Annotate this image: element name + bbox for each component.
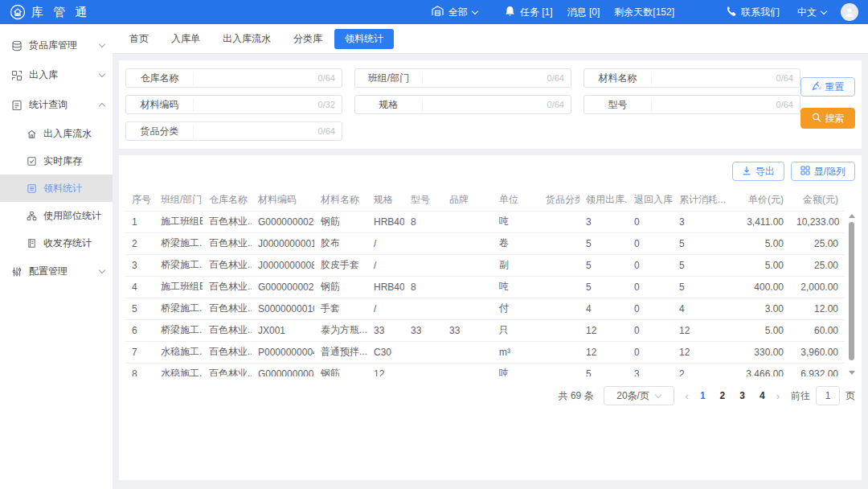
pagination: 共 69 条 20条/页 ‹ 1 2 3 4 › 前往 页: [125, 376, 855, 405]
page-number-2[interactable]: 2: [720, 390, 726, 401]
language-selector[interactable]: 中文: [797, 6, 826, 19]
vertical-scrollbar[interactable]: [847, 212, 855, 376]
contact-us[interactable]: 联系我们: [726, 6, 780, 19]
warehouse-selector-label: 全部: [448, 6, 468, 19]
table-cell: 25.00: [790, 232, 845, 254]
table-cell: [404, 298, 443, 319]
next-page-button[interactable]: ›: [775, 390, 781, 402]
field-counter: 0/64: [776, 100, 800, 109]
table-cell: [443, 276, 493, 298]
table-cell: 水稳施工...: [154, 341, 203, 363]
search-button[interactable]: 搜索: [800, 108, 855, 129]
warehouse-icon: [432, 6, 444, 18]
specification-field[interactable]: 规格 0/64: [354, 95, 571, 114]
tab-inbound-order[interactable]: 入库单: [161, 29, 211, 49]
table-cell: 5: [125, 298, 154, 319]
table-header-row: 序号班组/部门仓库名称材料编码材料名称规格型号品牌单位货品分类领用出库...退回…: [125, 189, 845, 211]
messages-item[interactable]: 消息 [0]: [567, 6, 600, 19]
column-header: 材料名称: [314, 189, 367, 211]
page-size-select[interactable]: 20条/页: [604, 386, 674, 405]
scrollbar-thumb[interactable]: [849, 222, 854, 360]
sidebar-item-usage-location-stats[interactable]: 使用部位统计: [0, 202, 113, 229]
sidebar-item-in-out[interactable]: 出入库: [0, 60, 113, 90]
bell-icon: [505, 6, 515, 19]
goto-page-input[interactable]: [816, 386, 840, 405]
home-logo-icon: [10, 4, 26, 20]
warehouse-selector[interactable]: 全部: [432, 6, 477, 19]
form-buttons: 重置 搜索: [800, 68, 858, 141]
sidebar-item-label: 实时库存: [43, 154, 82, 168]
table-cell: [539, 319, 579, 341]
scroll-down-arrow-icon[interactable]: [849, 371, 855, 375]
page-number-4[interactable]: 4: [760, 390, 765, 401]
sidebar-item-label: 出入库: [29, 68, 93, 82]
sidebar-item-inout-flow[interactable]: 出入库流水: [0, 120, 113, 147]
table-cell: 钢筋: [314, 363, 367, 376]
table-cell: [443, 298, 493, 319]
page-number-1[interactable]: 1: [700, 390, 706, 401]
table-cell: 3: [125, 254, 154, 276]
sidebar-item-config-management[interactable]: 配置管理: [0, 257, 113, 286]
show-hide-columns-button[interactable]: 显/隐列: [791, 162, 855, 181]
sidebar-item-receipt-dispatch-stats[interactable]: 收发存统计: [0, 229, 113, 257]
table-cell: 60.00: [790, 319, 845, 341]
scroll-up-arrow-icon[interactable]: [849, 214, 855, 218]
table-cell: 百色林业...: [203, 232, 252, 254]
chevron-down-icon: [821, 7, 827, 14]
table-cell: [539, 232, 579, 254]
model-field[interactable]: 型号 0/64: [583, 95, 800, 114]
tab-material-stats[interactable]: 领料统计: [334, 29, 394, 49]
warehouse-name-field[interactable]: 仓库名称 0/64: [125, 68, 342, 88]
goto-label: 前往: [791, 389, 810, 403]
table-cell: J0000000001: [252, 232, 314, 254]
ledger-icon: [26, 237, 37, 249]
material-code-field[interactable]: 材料编码 0/32: [125, 95, 342, 114]
table-cell: [404, 363, 443, 376]
tab-home[interactable]: 首页: [119, 29, 159, 49]
sidebar-item-label: 统计查询: [29, 98, 93, 112]
language-label: 中文: [797, 6, 817, 19]
table-cell: 3.00: [731, 298, 790, 319]
table-cell: 胶皮手套: [314, 254, 367, 276]
table-cell: 5: [673, 276, 731, 298]
main-content: 首页 入库单 出入库流水 分类库 领料统计 仓库名称 0/64 班组/部门 0/…: [113, 24, 868, 489]
column-header: 货品分类: [539, 189, 579, 211]
export-button[interactable]: 导出: [732, 162, 784, 181]
house-icon: [26, 128, 37, 139]
tasks-item[interactable]: 任务 [1]: [505, 6, 553, 19]
sidebar-item-statistics-query[interactable]: 统计查询: [0, 90, 113, 120]
page-number-3[interactable]: 3: [739, 390, 745, 401]
column-header: 序号: [125, 189, 154, 211]
clear-icon: [812, 81, 821, 93]
phone-icon: [726, 6, 736, 18]
chevron-up-icon: [99, 103, 105, 109]
user-avatar[interactable]: [841, 3, 858, 21]
field-label: 仓库名称: [126, 72, 194, 85]
table-cell: 0: [628, 232, 673, 254]
sidebar-item-goods-management[interactable]: 货品库管理: [0, 31, 113, 60]
team-department-field[interactable]: 班组/部门 0/64: [354, 68, 571, 88]
tasks-label: 任务 [1]: [520, 6, 553, 19]
field-counter: 0/32: [318, 100, 342, 109]
goods-category-field[interactable]: 货品分类 0/64: [125, 121, 342, 141]
topbar: 库 管 通 全部 任务 [1] 消息 [0]: [0, 0, 868, 24]
field-counter: 0/64: [547, 100, 571, 109]
sidebar-item-material-stats[interactable]: 领料统计: [0, 175, 113, 202]
sidebar-item-realtime-stock[interactable]: 实时库存: [0, 147, 113, 175]
table-cell: 3,411.00: [731, 211, 790, 232]
tab-inout-flow[interactable]: 出入库流水: [212, 29, 281, 49]
tab-category-store[interactable]: 分类库: [283, 29, 333, 49]
prev-page-button[interactable]: ‹: [684, 390, 690, 402]
table-cell: 百色林业...: [203, 363, 252, 376]
table-cell: G0000000003: [252, 363, 314, 376]
reset-button[interactable]: 重置: [800, 77, 855, 97]
table-cell: 33: [404, 319, 443, 341]
table-cell: 吨: [493, 276, 539, 298]
field-counter: 0/64: [547, 73, 571, 83]
search-panel: 仓库名称 0/64 班组/部门 0/64 材料名称 0/64 材料编码 0/32…: [119, 60, 862, 149]
table-cell: 2: [125, 232, 154, 254]
table-cell: 12: [367, 363, 404, 376]
table-cell: 钢筋: [314, 276, 367, 298]
material-name-field[interactable]: 材料名称 0/64: [583, 68, 800, 88]
app-title: 库 管 通: [31, 5, 90, 20]
